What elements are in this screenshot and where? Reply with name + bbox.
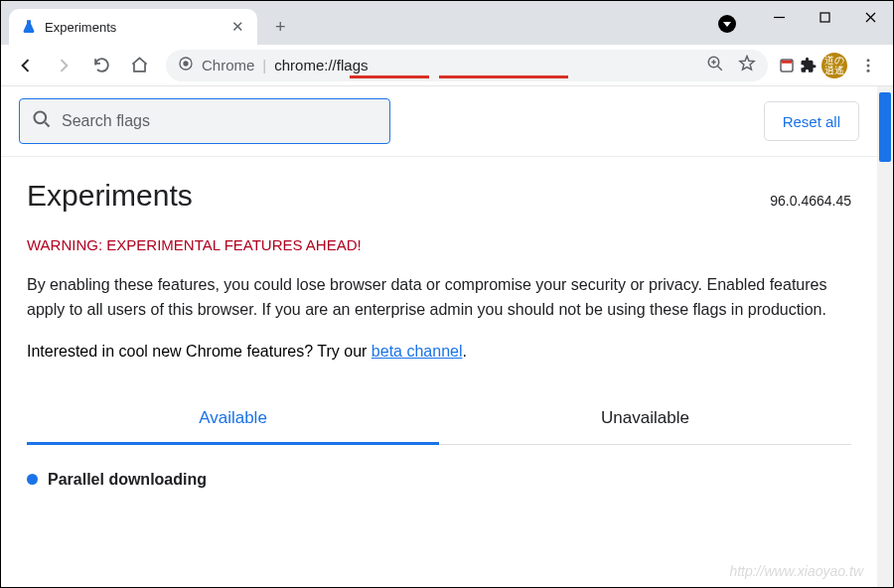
omnibox-scheme-label: Chrome (202, 57, 254, 74)
warning-body: By enabling these features, you could lo… (27, 273, 851, 323)
beta-channel-text: Interested in cool new Chrome features? … (27, 343, 851, 361)
search-flags-input[interactable] (62, 112, 377, 130)
search-flags-box[interactable] (19, 98, 390, 144)
maximize-button[interactable] (802, 1, 847, 33)
flag-modified-indicator-icon (27, 474, 38, 485)
zoom-icon[interactable] (706, 55, 724, 75)
tab-unavailable[interactable]: Unavailable (439, 394, 851, 444)
omnibox-url: chrome://flags (274, 57, 368, 74)
flag-row: Parallel downloading (27, 471, 851, 489)
account-dropdown-icon[interactable] (718, 15, 736, 33)
forward-button[interactable] (47, 49, 80, 82)
beta-channel-link[interactable]: beta channel (372, 343, 463, 360)
extensions-puzzle-icon[interactable] (800, 57, 818, 74)
bookmark-star-icon[interactable] (738, 55, 756, 75)
annotation-underline (350, 75, 429, 78)
svg-line-8 (717, 66, 722, 71)
svg-point-6 (183, 61, 188, 66)
extension-icon[interactable] (778, 57, 796, 74)
home-button[interactable] (122, 49, 156, 82)
close-tab-icon[interactable]: ✕ (229, 19, 245, 35)
site-info-icon[interactable] (178, 56, 194, 74)
svg-point-17 (35, 112, 47, 124)
svg-rect-13 (782, 60, 793, 63)
svg-point-14 (867, 59, 870, 62)
address-bar[interactable]: Chrome | chrome://flags (166, 50, 768, 81)
browser-tab[interactable]: Experiments ✕ (9, 9, 257, 45)
reset-all-button[interactable]: Reset all (764, 101, 859, 141)
vertical-scrollbar[interactable] (877, 86, 893, 588)
browser-toolbar: Chrome | chrome://flags 道の逍遙 (1, 45, 893, 86)
chrome-menu-button[interactable] (851, 49, 885, 82)
tab-available[interactable]: Available (27, 394, 439, 445)
page-title: Experiments (27, 179, 193, 213)
back-button[interactable] (9, 49, 43, 82)
warning-text: WARNING: EXPERIMENTAL FEATURES AHEAD! (27, 236, 851, 253)
reload-button[interactable] (84, 49, 118, 82)
window-close-button[interactable] (847, 1, 893, 33)
new-tab-button[interactable]: + (267, 9, 294, 45)
minimize-button[interactable] (756, 1, 802, 33)
omnibox-divider: | (262, 57, 266, 74)
flags-tabs: Available Unavailable (27, 394, 851, 445)
flag-title: Parallel downloading (48, 471, 207, 489)
profile-avatar[interactable]: 道の逍遙 (821, 53, 847, 78)
window-titlebar: Experiments ✕ + (1, 1, 893, 45)
flask-icon (21, 19, 37, 35)
window-controls (756, 1, 893, 45)
watermark-text: http://www.xiaoyao.tw (729, 563, 863, 579)
svg-point-15 (867, 64, 870, 67)
svg-point-16 (867, 69, 870, 72)
scrollbar-thumb[interactable] (879, 92, 891, 162)
annotation-underline (439, 75, 568, 78)
chrome-version: 96.0.4664.45 (770, 193, 851, 209)
svg-rect-1 (820, 13, 829, 22)
tab-title: Experiments (45, 20, 222, 35)
search-icon (32, 109, 52, 133)
svg-line-18 (45, 122, 49, 126)
